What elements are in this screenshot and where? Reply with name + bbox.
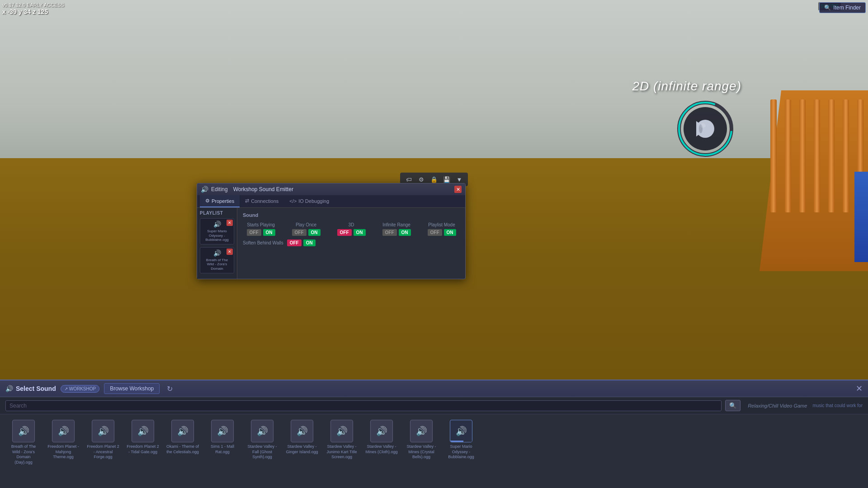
track-name-2: Breath of The Wild - Zora's Domain bbox=[202, 258, 232, 271]
sound-item[interactable]: 🔊Super Mario Odyssey - Bubblaine.ogg bbox=[443, 418, 479, 462]
search-button[interactable]: 🔍 bbox=[725, 400, 741, 411]
connections-icon: ⇄ bbox=[245, 198, 249, 204]
sound-item[interactable]: 🔊Stardew Valley - Mines (Cloth).ogg bbox=[363, 418, 400, 456]
play-icon-2: 🔊 bbox=[213, 249, 221, 257]
search-row: 🔍 Relaxing/Chill Video Game music that c… bbox=[0, 397, 868, 414]
item-finder-label: Item Finder bbox=[833, 5, 861, 11]
playlist-mode-toggle: OFF ON bbox=[428, 229, 456, 236]
close-sound-button[interactable]: ✕ bbox=[856, 384, 863, 394]
starts-playing-label: Starts Playing bbox=[247, 222, 275, 227]
editing-tabs: ⚙ Properties ⇄ Connections </> IO Debugg… bbox=[197, 195, 465, 208]
sound-item[interactable]: 🔊Stardew Valley - Ginger Island.ogg bbox=[284, 418, 320, 456]
playlist-title: Playlist bbox=[200, 211, 234, 216]
3d-toggle: OFF ON bbox=[337, 229, 366, 236]
sound-item-name: Sims 1 - Mall Rat.ogg bbox=[206, 444, 239, 455]
track-name: Super Mario Odyssey - Bubblaine.ogg bbox=[202, 229, 232, 242]
playlist-mode-off[interactable]: OFF bbox=[428, 229, 442, 236]
remove-item-button[interactable]: ✕ bbox=[226, 220, 233, 226]
sound-item-name: Stardew Valley - Mines (Cloth).ogg bbox=[365, 444, 398, 455]
version-text: v0.17.12.0 EARLY ACCESS bbox=[2, 2, 64, 8]
sound-item-icon: 🔊 bbox=[450, 420, 472, 442]
select-sound-header: 🔊 Select Sound ↗ WORKSHOP Browse Worksho… bbox=[0, 380, 868, 397]
sound-item[interactable]: 🔊Stardew Valley - Junimo Kart Title Scre… bbox=[324, 418, 360, 462]
starts-playing-off[interactable]: OFF bbox=[247, 229, 261, 236]
sound-item[interactable]: 🔊Okami - Theme of the Celestials.ogg bbox=[165, 418, 201, 456]
sound-item-icon: 🔊 bbox=[251, 420, 274, 442]
sound-item-icon: 🔊 bbox=[52, 420, 75, 442]
range-indicator-label: 2D (infinite range) bbox=[632, 79, 741, 94]
starts-playing-prop: Starts Playing OFF ON bbox=[243, 222, 279, 236]
sound-item-icon: 🔊 bbox=[330, 420, 353, 442]
sound-item-name: Stardew Valley - Ginger Island.ogg bbox=[286, 444, 318, 455]
starts-playing-on[interactable]: ON bbox=[263, 229, 275, 236]
infinite-range-prop: Infinite Range OFF ON bbox=[378, 222, 415, 236]
sound-item-icon: 🔊 bbox=[291, 420, 313, 442]
select-sound-label: Select Sound bbox=[16, 385, 56, 392]
refresh-button[interactable]: ↻ bbox=[164, 384, 175, 394]
editing-panel: 🔊 Editing Workshop Sound Emitter ✕ ⚙ Pro… bbox=[197, 183, 466, 279]
3d-off[interactable]: OFF bbox=[337, 229, 352, 236]
infinite-range-off[interactable]: OFF bbox=[382, 229, 397, 236]
soften-toggle: OFF ON bbox=[287, 239, 316, 246]
railing-bars bbox=[770, 99, 863, 212]
sound-item[interactable]: 🔊Freedom Planet 2 - Tidal Gate.ogg bbox=[125, 418, 161, 456]
sound-item-icon: 🔊 bbox=[132, 420, 154, 442]
remove-item-button-2[interactable]: ✕ bbox=[226, 249, 233, 255]
soften-label: Soften Behind Walls bbox=[243, 240, 283, 245]
tab-connections-label: Connections bbox=[251, 198, 278, 204]
sound-item[interactable]: 🔊Stardew Valley - Mines (Crystal Bells).… bbox=[403, 418, 439, 462]
playlist-area: Playlist ✕ 🔊 Super Mario Odyssey - Bubbl… bbox=[197, 208, 237, 279]
sound-item-name: Freedom Planet 2 - Ancestral Forge.ogg bbox=[87, 444, 119, 460]
sound-item-icon: 🔊 bbox=[171, 420, 194, 442]
sound-item-name: Freedom Planet 2 - Tidal Gate.ogg bbox=[127, 444, 159, 455]
play-once-on[interactable]: ON bbox=[308, 229, 321, 236]
sound-item[interactable]: 🔊Breath of The Wild - Zora's Domain (Day… bbox=[5, 418, 42, 467]
sound-item-icon: 🔊 bbox=[370, 420, 393, 442]
3d-on[interactable]: ON bbox=[354, 229, 366, 236]
close-panel-button[interactable]: ✕ bbox=[454, 186, 462, 193]
sound-item[interactable]: 🔊Freedom Planet 2 - Ancestral Forge.ogg bbox=[85, 418, 121, 462]
sound-item-name: Stardew Valley - Fall (Ghost Synth).ogg bbox=[246, 444, 278, 460]
editing-label: Editing bbox=[211, 186, 228, 192]
sound-item[interactable]: 🔊Sims 1 - Mall Rat.ogg bbox=[204, 418, 241, 456]
3d-prop: 3D OFF ON bbox=[333, 222, 369, 236]
play-once-toggle: OFF ON bbox=[292, 229, 321, 236]
starts-playing-toggle: OFF ON bbox=[247, 229, 275, 236]
playlist-item[interactable]: ✕ 🔊 Super Mario Odyssey - Bubblaine.ogg bbox=[200, 218, 234, 244]
search-input[interactable] bbox=[5, 400, 722, 411]
select-sound-panel: 🔊 Select Sound ↗ WORKSHOP Browse Worksho… bbox=[0, 380, 868, 488]
search-icon: 🔍 bbox=[824, 5, 831, 11]
editing-body: Playlist ✕ 🔊 Super Mario Odyssey - Bubbl… bbox=[197, 208, 465, 279]
soften-off[interactable]: OFF bbox=[287, 239, 302, 246]
sound-item-name: Stardew Valley - Junimo Kart Title Scree… bbox=[326, 444, 358, 460]
workshop-tag: ↗ WORKSHOP bbox=[61, 385, 99, 393]
sound-item-name: Breath of The Wild - Zora's Domain (Day)… bbox=[7, 444, 40, 465]
playlist-mode-label: Playlist Mode bbox=[428, 222, 455, 227]
select-sound-title: 🔊 Select Sound bbox=[5, 385, 56, 392]
sound-item[interactable]: 🔊Stardew Valley - Fall (Ghost Synth).ogg bbox=[244, 418, 280, 462]
tab-io-label: IO Debugging bbox=[298, 198, 329, 204]
play-once-prop: Play Once OFF ON bbox=[288, 222, 324, 236]
category-label: Relaxing/Chill Video Game bbox=[748, 403, 807, 408]
sound-section-title: Sound bbox=[243, 212, 460, 218]
sound-item-name: Freedom Planet - Mahjong Theme.ogg bbox=[47, 444, 80, 460]
sound-properties-area: Sound Starts Playing OFF ON Play Once OF… bbox=[237, 208, 465, 279]
playlist-mode-on[interactable]: ON bbox=[444, 229, 456, 236]
item-finder-button[interactable]: 🔍 Item Finder bbox=[819, 2, 866, 13]
playlist-item[interactable]: ✕ 🔊 Breath of The Wild - Zora's Domain bbox=[200, 247, 234, 273]
sound-items-container: 🔊Breath of The Wild - Zora's Domain (Day… bbox=[0, 414, 868, 488]
sound-item[interactable]: 🔊Freedom Planet - Mahjong Theme.ogg bbox=[45, 418, 81, 462]
tab-io-debugging[interactable]: </> IO Debugging bbox=[284, 195, 335, 207]
infinite-range-on[interactable]: ON bbox=[399, 229, 411, 236]
soften-on[interactable]: ON bbox=[303, 239, 316, 246]
3d-label: 3D bbox=[349, 222, 354, 227]
editing-titlebar-left: 🔊 Editing Workshop Sound Emitter bbox=[201, 186, 293, 193]
svg-point-6 bbox=[700, 123, 706, 128]
sound-item-name: Stardew Valley - Mines (Crystal Bells).o… bbox=[405, 444, 438, 460]
play-once-off[interactable]: OFF bbox=[292, 229, 307, 236]
sound-item-icon: 🔊 bbox=[12, 420, 35, 442]
browse-workshop-button[interactable]: Browse Workshop bbox=[104, 383, 160, 394]
tab-connections[interactable]: ⇄ Connections bbox=[240, 195, 284, 207]
tab-properties[interactable]: ⚙ Properties bbox=[200, 195, 240, 207]
io-icon: </> bbox=[289, 198, 297, 204]
